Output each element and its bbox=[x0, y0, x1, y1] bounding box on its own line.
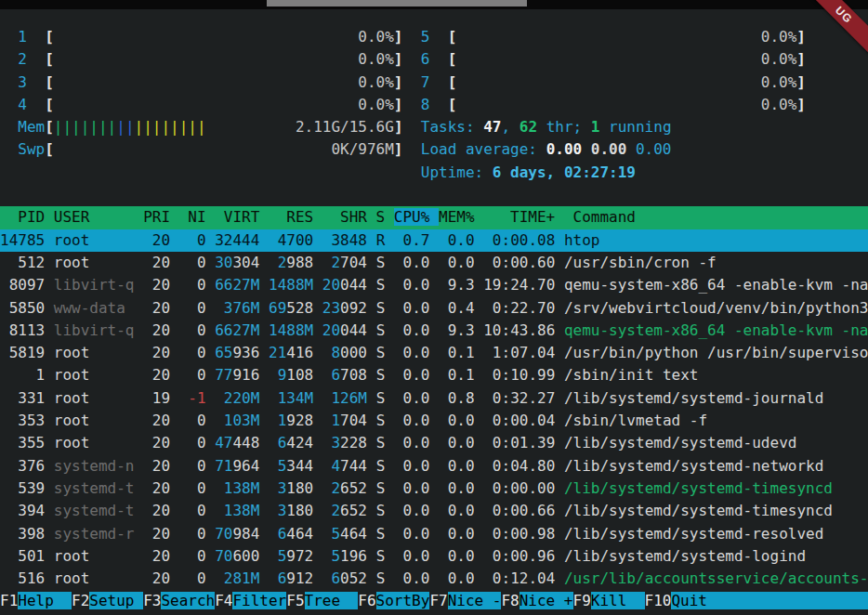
fnkey-f8[interactable]: F8 bbox=[501, 592, 519, 609]
cpu-meter-value-1: 0.0% bbox=[54, 28, 394, 46]
cell-ni: 0 bbox=[179, 547, 216, 565]
cell-state: S bbox=[376, 434, 394, 451]
column-header-shr[interactable]: SHR bbox=[322, 208, 376, 226]
cell-shr: 20 bbox=[322, 321, 340, 339]
column-header-pri[interactable]: PRI bbox=[143, 208, 179, 226]
cell-user: root bbox=[54, 231, 143, 249]
cell-pid: 8113 bbox=[0, 321, 54, 339]
fnkey-f4[interactable]: F4 bbox=[215, 592, 232, 609]
fnlabel-nice-[interactable]: Nice - bbox=[448, 592, 502, 609]
cell-mem-percent: 0.0 bbox=[439, 412, 483, 429]
fnlabel-tree[interactable]: Tree bbox=[305, 592, 359, 609]
fnkey-f6[interactable]: F6 bbox=[358, 592, 375, 609]
process-row[interactable]: 5819 root 20 0 65936 21416 8000 S 0.0 0.… bbox=[0, 342, 868, 364]
cpu-meter-label-3: 3 bbox=[18, 73, 45, 91]
cpu-meter-label-2: 2 bbox=[18, 50, 45, 68]
fnkey-f10[interactable]: F10 bbox=[645, 592, 672, 609]
fnkey-f9[interactable]: F9 bbox=[573, 592, 591, 609]
meter-close-bracket: ] bbox=[394, 96, 403, 113]
process-row[interactable]: 1 root 20 0 77916 9108 6708 S 0.0 0.1 0:… bbox=[0, 364, 868, 386]
cell-shr: 3 bbox=[322, 434, 340, 451]
cell-ni: 0 bbox=[179, 321, 216, 339]
fnlabel-sortby[interactable]: SortBy bbox=[376, 592, 430, 609]
cell-time: 0:00.00 bbox=[483, 479, 564, 497]
cell-command: /lib/systemd/systemd-timesyncd bbox=[564, 479, 833, 497]
process-row[interactable]: 14785 root 20 0 32444 4700 3848 R 0.7 0.… bbox=[0, 229, 868, 252]
fnkey-f1[interactable]: F1 bbox=[0, 592, 18, 609]
cell-time: 0:22.70 bbox=[483, 299, 564, 317]
process-row[interactable]: 353 root 20 0 103M 1928 1704 S 0.0 0.0 0… bbox=[0, 410, 868, 432]
process-row[interactable]: 8097 libvirt-q 20 0 6627M 1488M 20044 S … bbox=[0, 274, 868, 296]
fnlabel-setup[interactable]: Setup bbox=[89, 592, 143, 609]
cell-cpu-percent: 0.7 bbox=[394, 231, 439, 249]
process-row[interactable]: 8113 libvirt-q 20 0 6627M 1488M 20044 S … bbox=[0, 320, 868, 342]
column-header-state[interactable]: S bbox=[376, 208, 394, 226]
column-header-user[interactable]: USER bbox=[54, 208, 143, 226]
cell-ni: 0 bbox=[179, 434, 216, 451]
process-row[interactable]: 394 systemd-t 20 0 138M 3180 2652 S 0.0 … bbox=[0, 500, 868, 522]
fnlabel-quit[interactable]: Quit bbox=[671, 592, 868, 609]
cell-pid: 355 bbox=[0, 434, 54, 451]
cpu-meter-row: 3 [ 0.0%] 7 [ 0.0%] bbox=[0, 72, 868, 94]
cell-mem-percent: 0.0 bbox=[439, 547, 483, 565]
cell-shr: 126M bbox=[322, 389, 367, 407]
cpu-meter-label-8: 8 bbox=[421, 96, 448, 113]
cell-shr: 1 bbox=[322, 412, 340, 429]
meter-open-bracket: [ bbox=[45, 50, 54, 68]
column-header-mem[interactable]: MEM% bbox=[439, 208, 483, 226]
column-header-command[interactable]: Command bbox=[564, 208, 636, 226]
cell-pri: 20 bbox=[143, 525, 179, 543]
cell-ni: 0 bbox=[179, 231, 216, 249]
process-row[interactable]: 501 root 20 0 70600 5972 5196 S 0.0 0.0 … bbox=[0, 545, 868, 568]
process-row[interactable]: 512 root 20 0 30304 2988 2704 S 0.0 0.0 … bbox=[0, 252, 868, 274]
process-row[interactable]: 539 systemd-t 20 0 138M 3180 2652 S 0.0 … bbox=[0, 478, 868, 500]
cell-pri: 20 bbox=[143, 457, 179, 475]
process-row[interactable]: 376 systemd-n 20 0 71964 5344 4744 S 0.0… bbox=[0, 455, 868, 478]
meter-open-bracket: [ bbox=[45, 73, 54, 91]
column-header-res[interactable]: RES bbox=[269, 208, 322, 226]
process-row[interactable]: 355 root 20 0 47448 6424 3228 S 0.0 0.0 … bbox=[0, 432, 868, 454]
cell-cpu-percent: 0.0 bbox=[394, 547, 439, 565]
fnlabel-help[interactable]: Help bbox=[18, 592, 72, 609]
fnlabel-kill[interactable]: Kill bbox=[591, 592, 645, 609]
cell-ni: 0 bbox=[179, 344, 216, 361]
cell-pid: 5850 bbox=[0, 299, 54, 317]
column-header-pid[interactable]: PID bbox=[0, 208, 54, 226]
cell-pid: 376 bbox=[0, 457, 54, 475]
cell-shr: 2 bbox=[322, 502, 340, 519]
cell-virt: 281M bbox=[215, 569, 259, 587]
cell-virt: 70 bbox=[215, 547, 232, 565]
cell-command: qemu-system-x86_64 -enable-kvm -na bbox=[564, 276, 868, 294]
cell-user: root bbox=[54, 569, 143, 587]
column-header-virt[interactable]: VIRT bbox=[215, 208, 269, 226]
fnkey-f3[interactable]: F3 bbox=[143, 592, 161, 609]
fnkey-f2[interactable]: F2 bbox=[72, 592, 89, 609]
cpu-meter-value-4: 0.0% bbox=[54, 96, 394, 113]
column-header-ni[interactable]: NI bbox=[179, 208, 216, 226]
cell-virt: 138M bbox=[215, 479, 259, 497]
cell-res: 21 bbox=[269, 344, 286, 361]
cell-shr: 4 bbox=[322, 457, 340, 475]
cell-state: S bbox=[376, 344, 394, 361]
cell-pid: 398 bbox=[0, 525, 54, 543]
cell-pri: 20 bbox=[143, 321, 179, 339]
process-row[interactable]: 398 systemd-r 20 0 70984 6464 5464 S 0.0… bbox=[0, 523, 868, 545]
cell-mem-percent: 0.4 bbox=[439, 299, 483, 317]
fnlabel-filter[interactable]: Filter bbox=[232, 592, 286, 609]
htop-terminal: 1 [ 0.0%] 5 [ 0.0%] 2 [ 0.0%] 6 [ 0.0%] … bbox=[0, 9, 868, 615]
cell-ni: 0 bbox=[179, 276, 216, 294]
cell-res: 3 bbox=[269, 479, 286, 497]
load-15min: 0.00 bbox=[636, 140, 672, 158]
fnkey-f7[interactable]: F7 bbox=[429, 592, 447, 609]
process-row[interactable]: 516 root 20 0 281M 6912 6052 S 0.0 0.0 0… bbox=[0, 568, 868, 590]
column-header-cpu[interactable]: CPU% bbox=[394, 208, 439, 226]
cell-state: S bbox=[376, 569, 394, 587]
column-header-time[interactable]: TIME+ bbox=[483, 208, 564, 226]
cpu-meter-value-2: 0.0% bbox=[54, 50, 394, 68]
fnlabel-nice-[interactable]: Nice + bbox=[519, 592, 573, 609]
fnlabel-search[interactable]: Search bbox=[161, 592, 215, 609]
cell-virt: 32 bbox=[215, 231, 232, 249]
process-row[interactable]: 5850 www-data 20 0 376M 69528 23092 S 0.… bbox=[0, 297, 868, 320]
fnkey-f5[interactable]: F5 bbox=[286, 592, 304, 609]
process-row[interactable]: 331 root 19 -1 220M 134M 126M S 0.0 0.8 … bbox=[0, 387, 868, 410]
